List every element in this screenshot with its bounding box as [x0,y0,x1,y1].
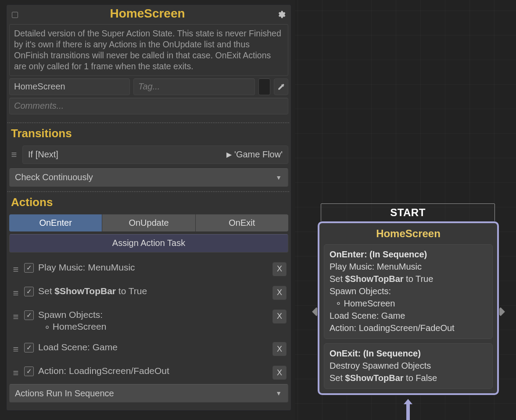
gear-icon[interactable] [277,10,286,19]
check-mode-value: Check Continuously [15,172,93,182]
graph-node-homescreen[interactable]: HomeScreen OnEnter: (In Sequence) Play M… [318,221,499,395]
drag-handle-icon[interactable]: ≡ [11,264,20,275]
check-mode-select[interactable]: Check Continuously ▼ [9,168,288,187]
graph-line: Destroy Spawned Objects [330,359,487,372]
node-connection-arrow [402,399,414,420]
window-icon[interactable] [12,12,18,18]
onexit-header: OnExit: (In Sequence) [330,347,487,359]
graph-line: HomeScreen [330,297,487,310]
delete-action-button[interactable]: X [272,366,287,380]
actions-heading: Actions [11,196,287,209]
tab-on-exit[interactable]: OnExit [196,214,288,231]
action-row[interactable]: ≡✓Set $ShowTopBar to TrueX [9,281,288,304]
transition-item[interactable]: ≡ If [Next] ▶ 'Game Flow' [9,146,288,164]
panel-header: HomeScreen [7,5,291,24]
state-description: Detailed version of the Super Action Sta… [9,24,288,76]
graph-line: Load Scene: Game [330,310,487,322]
delete-action-button[interactable]: X [272,342,287,356]
drag-handle-icon[interactable]: ≡ [9,149,18,160]
action-row[interactable]: ≡✓Action: LoadingScreen/FadeOutX [9,360,288,384]
graph-node-onenter-block: OnEnter: (In Sequence) Play Music: MenuM… [324,244,493,339]
chevron-down-icon: ▼ [276,390,282,397]
action-label: Spawn Objects:HomeScreen [38,309,268,333]
graph-line: Play Music: MenuMusic [330,260,487,273]
chevron-down-icon: ▼ [276,174,282,181]
drag-handle-icon[interactable]: ≡ [11,311,20,323]
panel-title: HomeScreen [18,7,277,21]
action-label: Set $ShowTopBar to True [38,285,268,297]
action-checkbox[interactable]: ✓ [24,263,34,273]
delete-action-button[interactable]: X [272,310,287,324]
delete-action-button[interactable]: X [272,262,287,276]
drag-handle-icon[interactable]: ≡ [11,344,20,355]
color-swatch[interactable] [258,78,270,95]
onenter-header: OnEnter: (In Sequence) [330,248,487,260]
transition-condition: If [Next] [28,149,58,160]
drag-handle-icon[interactable]: ≡ [11,367,20,379]
graph-line: Action: LoadingScreen/FadeOut [330,322,487,334]
action-checkbox[interactable]: ✓ [24,367,34,376]
play-icon: ▶ [226,150,232,159]
separator [7,191,290,192]
svg-marker-0 [404,399,412,420]
action-label: Action: LoadingScreen/FadeOut [38,365,268,377]
action-checkbox[interactable]: ✓ [24,310,34,320]
tag-input[interactable] [133,78,255,95]
action-row[interactable]: ≡✓Load Scene: GameX [9,337,288,360]
action-row[interactable]: ≡✓Play Music: MenuMusicX [9,257,288,281]
transitions-heading: Transitions [11,127,287,140]
action-label: Load Scene: Game [38,341,268,353]
graph-line: Set $ShowTopBar to True [330,273,487,285]
graph-node-title: HomeScreen [319,223,497,244]
assign-action-button[interactable]: Assign Action Task [9,234,288,253]
graph-line: Spawn Objects: [330,285,487,297]
color-picker-button[interactable] [274,78,288,95]
action-checkbox[interactable]: ✓ [24,287,34,296]
state-name-input[interactable] [9,78,130,95]
run-mode-select[interactable]: Actions Run In Sequence ▼ [9,384,288,402]
action-row[interactable]: ≡✓Spawn Objects:HomeScreenX [9,304,288,337]
action-phase-tabs: OnEnter OnUpdate OnExit [9,214,288,231]
run-mode-value: Actions Run In Sequence [15,388,114,399]
separator [7,122,290,123]
drag-handle-icon[interactable]: ≡ [11,288,20,299]
delete-action-button[interactable]: X [272,286,287,300]
tab-on-enter[interactable]: OnEnter [9,214,102,231]
action-list: ≡✓Play Music: MenuMusicX≡✓Set $ShowTopBa… [7,257,291,384]
graph-line: Set $ShowTopBar to False [330,372,487,384]
start-label: START [321,203,495,222]
comments-input[interactable] [9,98,288,114]
transition-target: 'Game Flow' [234,149,283,160]
graph-node-onexit-block: OnExit: (In Sequence) Destroy Spawned Ob… [324,343,493,389]
action-label: Play Music: MenuMusic [38,261,268,273]
inspector-panel: HomeScreen Detailed version of the Super… [6,4,291,411]
tab-on-update[interactable]: OnUpdate [102,214,195,231]
action-checkbox[interactable]: ✓ [24,343,34,352]
